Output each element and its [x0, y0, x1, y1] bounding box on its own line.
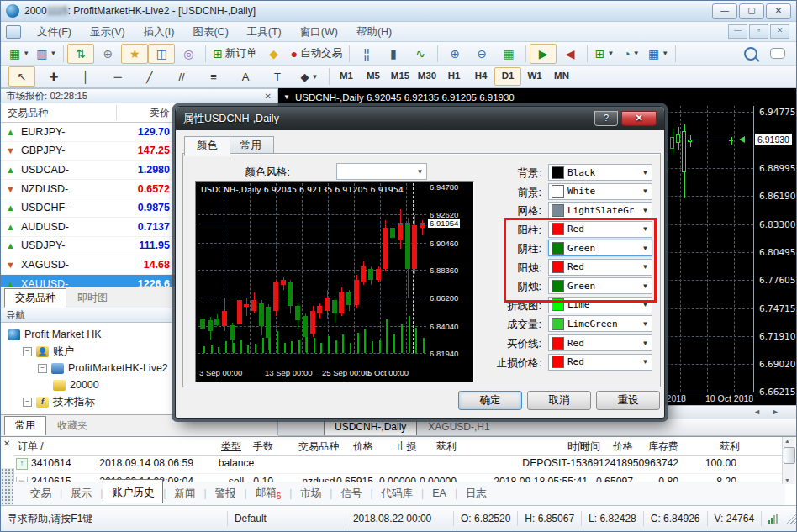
data-window-toggle-button[interactable]: ⊕ [94, 44, 121, 64]
column-header[interactable]: 价格 [353, 440, 373, 454]
menu-item-3[interactable]: 图表(C) [183, 23, 237, 41]
column-header[interactable]: 止损 [396, 440, 416, 454]
expand-icon[interactable]: − [23, 398, 32, 407]
timeframe-h4-button[interactable]: H4 [467, 67, 494, 86]
menu-item-0[interactable]: 文件(F) [28, 23, 81, 41]
dialog-close-button[interactable]: ✕ [621, 111, 657, 126]
close-button[interactable]: ✕ [766, 3, 791, 19]
timeframe-w1-button[interactable]: W1 [521, 67, 548, 86]
terminal-tab-展示[interactable]: 展示 [62, 483, 100, 504]
menu-item-2[interactable]: 插入(I) [135, 23, 184, 41]
terminal-tab-信号[interactable]: 信号 [332, 483, 370, 504]
timeframe-m15-button[interactable]: M15 [387, 67, 414, 86]
scroll-left-icon[interactable]: ◄ [753, 408, 761, 416]
strategy-tester-button[interactable]: ◎ [175, 44, 202, 64]
color-style-select[interactable]: ▼ [336, 163, 427, 180]
timeframe-m5-button[interactable]: M5 [360, 67, 387, 86]
menu-item-5[interactable]: 窗口(W) [291, 23, 347, 41]
expand-icon[interactable]: − [38, 364, 47, 373]
crosshair-tool-button[interactable]: ✚ [40, 66, 67, 87]
zoom-out-button[interactable]: ⊖ [468, 44, 495, 64]
chat-button[interactable] [764, 44, 791, 64]
terminal-tab-日志[interactable]: 日志 [457, 483, 495, 504]
timeframe-mn-button[interactable]: MN [548, 67, 575, 86]
reset-button[interactable]: 重设 [596, 391, 660, 410]
column-header[interactable]: 库存费 [648, 440, 678, 454]
zoom-in-button[interactable]: ⊕ [441, 44, 468, 64]
navigator-tab-收藏夹[interactable]: 收藏夹 [46, 416, 98, 435]
mdi-restore-button[interactable]: ▫ [749, 24, 768, 39]
terminal-close-icon[interactable]: ✕ [3, 439, 10, 448]
auto-scroll-button[interactable]: ▶ [530, 44, 557, 64]
menu-item-6[interactable]: 帮助(H) [347, 23, 401, 41]
terminal-tab-市场[interactable]: 市场 [292, 483, 330, 504]
terminal-tab-账户历史[interactable]: 账户历史 [103, 479, 163, 503]
dialog-titlebar[interactable]: 属性USDCNH-,Daily ? ✕ [176, 107, 664, 130]
terminal-tab-代码库[interactable]: 代码库 [373, 483, 422, 504]
periods-button[interactable]: ◔▼ [618, 44, 645, 64]
column-header[interactable]: 价格 [613, 440, 633, 454]
cancel-button[interactable]: 取消 [527, 391, 591, 410]
market-watch-toggle-button[interactable]: ⇅ [67, 44, 94, 64]
terminal-tab-交易[interactable]: 交易 [22, 483, 60, 504]
color-select-10[interactable]: Red▼ [548, 354, 652, 371]
table-row[interactable]: ↑34106142018.09.14 08:06:59balanceDEPOSI… [14, 455, 783, 474]
search-button[interactable] [737, 44, 764, 64]
horizontal-line-tool-button[interactable]: ─ [104, 66, 131, 87]
line-chart-mode-button[interactable]: ∿ [407, 44, 434, 64]
bar-chart-mode-button[interactable]: ¦¦ [353, 44, 380, 64]
chart-tab-XAGUSD-,H1[interactable]: XAGUSD-,H1 [417, 419, 500, 435]
mdi-close-button[interactable]: ✕ [770, 24, 789, 39]
metaeditor-button[interactable]: ◆ [261, 44, 288, 64]
dialog-help-button[interactable]: ? [594, 111, 618, 126]
new-chart-button[interactable]: ▦▼ [6, 44, 33, 64]
terminal-vscrollbar[interactable]: ▲ ▼ [782, 437, 795, 484]
trendline-tool-button[interactable]: ╱ [136, 66, 163, 87]
terminal-tab-邮箱[interactable]: 邮箱6 [247, 482, 290, 504]
timeframe-m30-button[interactable]: M30 [414, 67, 441, 86]
maximize-button[interactable]: ▢ [739, 3, 764, 19]
timeframe-h1-button[interactable]: H1 [441, 67, 467, 86]
text-tool-button[interactable]: A [232, 66, 259, 87]
shapes-tool-button[interactable]: ◆▼ [296, 66, 323, 87]
terminal-tab-新闻[interactable]: 新闻 [166, 483, 203, 504]
color-select-1[interactable]: White▼ [548, 183, 652, 200]
column-header[interactable]: 手数 [253, 440, 273, 454]
new-order-button[interactable]: ⊞新订单 [209, 44, 260, 64]
market-watch-close-icon[interactable]: ✕ [265, 92, 272, 101]
menu-item-4[interactable]: 工具(T) [238, 23, 291, 41]
dialog-tab-颜色[interactable]: 颜色 [184, 136, 230, 156]
autotrading-button[interactable]: ●自动交易 [288, 44, 346, 64]
scroll-right-icon[interactable]: ► [772, 408, 779, 416]
column-header[interactable]: 获利 [436, 440, 457, 454]
navigator-tab-常用[interactable]: 常用 [4, 416, 46, 435]
chart-shift-button[interactable]: ◀ [557, 44, 583, 64]
column-header[interactable]: 获利 [720, 440, 740, 454]
candlestick-mode-button[interactable]: ▮ [380, 44, 407, 64]
vertical-line-tool-button[interactable]: │ [72, 66, 99, 87]
cursor-tool-button[interactable]: ↖ [8, 66, 35, 87]
navigator-toggle-button[interactable]: ★ [121, 44, 148, 64]
minimize-button[interactable]: — [712, 3, 737, 19]
ok-button[interactable]: 确定 [458, 391, 522, 410]
channel-tool-button[interactable]: // [168, 66, 195, 87]
column-header[interactable]: 类型 [221, 440, 241, 454]
column-header[interactable]: 时间 [567, 440, 588, 454]
tile-windows-button[interactable]: ▦ [495, 44, 522, 64]
templates-button[interactable]: ▦▼ [645, 44, 672, 64]
terminal-toggle-button[interactable]: ◫ [148, 44, 175, 64]
fibonacci-tool-button[interactable]: ≡ [200, 66, 227, 87]
menu-item-1[interactable]: 显示(V) [81, 23, 135, 41]
indicators-button[interactable]: ⊞▼ [591, 44, 618, 64]
chart-tab-USDCNH-,Daily[interactable]: USDCNH-,Daily [324, 419, 417, 435]
timeframe-m1-button[interactable]: M1 [333, 67, 360, 86]
scroll-down-icon[interactable]: ▼ [784, 477, 790, 483]
terminal-tab-EA[interactable]: EA [424, 484, 455, 503]
status-profile[interactable]: Default [228, 511, 346, 526]
timeframe-d1-button[interactable]: D1 [494, 67, 521, 86]
scroll-up-icon[interactable]: ▲ [784, 438, 790, 444]
color-select-9[interactable]: Red▼ [548, 334, 652, 351]
expand-icon[interactable]: − [23, 347, 32, 356]
terminal-grip[interactable] [1, 468, 14, 505]
column-header[interactable]: 交易品种 [298, 440, 339, 454]
